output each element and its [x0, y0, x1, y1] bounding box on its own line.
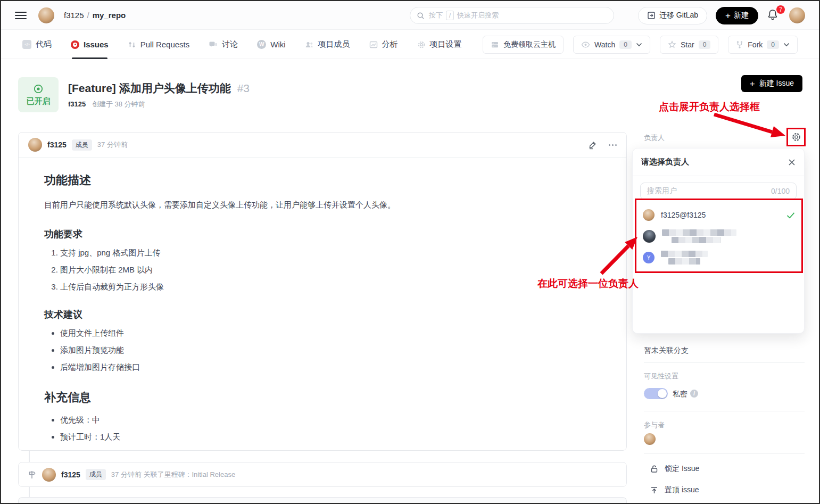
info-icon[interactable]: i: [690, 390, 698, 398]
private-toggle[interactable]: [644, 388, 668, 399]
next-card-stub: [18, 497, 627, 504]
list-item: 预计工时：1人天: [60, 432, 601, 442]
settings-gear-icon: [417, 40, 426, 49]
free-cloud-host-button[interactable]: 免费领取云主机: [483, 36, 564, 54]
new-issue-button[interactable]: + 新建 Issue: [741, 75, 802, 92]
app-window: f3125/my_repo 按下 / 快速开启搜索 迁移 GitLab + 新建…: [0, 0, 820, 504]
migrate-gitlab-label: 迁移 GitLab: [659, 11, 698, 20]
tab-code-label: 代码: [36, 39, 52, 49]
event-author-name[interactable]: f3125: [61, 470, 80, 479]
issue-status-label: 已开启: [27, 96, 51, 106]
tab-analytics-label: 分析: [382, 39, 398, 49]
star-button[interactable]: Star 0: [660, 36, 718, 54]
pin-top-icon: [650, 486, 658, 494]
tab-settings[interactable]: 项目设置: [417, 30, 462, 59]
new-button[interactable]: + 新建: [716, 7, 758, 24]
fork-icon: [736, 40, 743, 49]
requirements-list: 支持 jpg、png 格式图片上传 图片大小限制在 2MB 以内 上传后自动裁剪…: [44, 248, 601, 292]
tab-members[interactable]: 项目成员: [305, 30, 350, 59]
chat-icon: [209, 40, 218, 49]
plus-icon: +: [725, 11, 731, 20]
lock-issue-action[interactable]: 锁定 Issue: [650, 464, 699, 474]
tab-wiki-label: Wiki: [270, 40, 285, 49]
lock-issue-label: 锁定 Issue: [665, 464, 699, 474]
tab-code[interactable]: </> 代码: [22, 30, 52, 59]
list-item: 添加图片预览功能: [60, 345, 601, 356]
repo-nav: </> 代码 Issues Pull Requests 讨论 W Wiki 项目…: [1, 30, 819, 59]
search-placeholder-suffix: 快速开启搜索: [457, 11, 499, 20]
tech-suggestions-list: 使用文件上传组件 添加图片预览功能 后端增加图片存储接口: [44, 328, 601, 373]
milestone-event-text: 37 分钟前 关联了里程碑：Initial Release: [111, 470, 235, 480]
assignee-search-input[interactable]: 搜索用户 0/100: [640, 183, 797, 200]
annotation-open-picker: 点击展开负责人选择框: [659, 100, 760, 114]
watch-button[interactable]: Watch 0: [573, 36, 650, 54]
comment-author-avatar[interactable]: [28, 138, 42, 152]
branch-association-text: 暂未关联分支: [644, 346, 689, 356]
issue-description-card: f3125 成员 37 分钟前 功能描述 目前用户只能使用系统默认头像，需要添加…: [18, 132, 627, 451]
top-navbar: f3125/my_repo 按下 / 快速开启搜索 迁移 GitLab + 新建…: [1, 1, 819, 30]
hamburger-menu-icon[interactable]: [15, 12, 27, 19]
section-heading-description: 功能描述: [44, 172, 601, 188]
tab-pull-requests[interactable]: Pull Requests: [128, 30, 190, 59]
event-author-avatar[interactable]: [42, 468, 56, 482]
issue-open-icon: [33, 84, 44, 94]
redacted-username: [662, 229, 736, 243]
new-button-label: 新建: [734, 11, 749, 20]
close-icon[interactable]: [788, 159, 796, 166]
fork-label: Fork: [748, 40, 763, 49]
user-avatar[interactable]: [789, 7, 805, 23]
tab-members-label: 项目成员: [318, 39, 350, 49]
extra-info-list: 优先级：中 预计工时：1人天: [44, 415, 601, 442]
timeline-connector: [29, 451, 30, 462]
list-item: 使用文件上传组件: [60, 328, 601, 338]
assignee-option-redacted[interactable]: [643, 226, 795, 247]
assignee-option-redacted[interactable]: Y: [643, 247, 795, 268]
issue-title-text: [Feature] 添加用户头像上传功能: [68, 82, 231, 94]
private-label: 私密: [673, 390, 688, 399]
fork-count: 0: [767, 40, 779, 49]
tab-wiki[interactable]: W Wiki: [257, 30, 285, 59]
fork-button[interactable]: Fork 0: [728, 36, 798, 54]
assignee-gear-icon[interactable]: [791, 132, 801, 142]
tab-issues-label: Issues: [84, 40, 109, 49]
avatar-letter: Y: [647, 255, 651, 261]
migrate-gitlab-button[interactable]: 迁移 GitLab: [638, 7, 707, 24]
watch-eye-icon: [581, 41, 590, 48]
section-heading-extra: 补充信息: [44, 390, 601, 406]
list-item: 支持 jpg、png 格式图片上传: [60, 248, 601, 258]
tab-issues[interactable]: Issues: [71, 30, 109, 59]
notifications-bell[interactable]: 7: [767, 9, 781, 22]
list-item: 上传后自动裁剪为正方形头像: [60, 282, 601, 292]
watch-count: 0: [619, 40, 632, 49]
repo-owner-avatar[interactable]: [38, 7, 54, 23]
lock-icon: [650, 465, 658, 473]
breadcrumb-repo[interactable]: my_repo: [93, 11, 126, 20]
issues-icon: [71, 40, 79, 49]
assignee-option-name: f3125@f3125: [661, 211, 706, 219]
tab-analytics[interactable]: 分析: [369, 30, 398, 59]
new-issue-label: 新建 Issue: [759, 79, 794, 88]
breadcrumb: f3125/my_repo: [64, 11, 126, 20]
pin-issue-action[interactable]: 置顶 issue: [650, 485, 699, 495]
description-paragraph: 目前用户只能使用系统默认头像，需要添加自定义头像上传功能，让用户能够上传并设置个…: [44, 198, 601, 212]
divider: [644, 453, 805, 454]
tab-discussion[interactable]: 讨论: [209, 30, 238, 59]
global-search-input[interactable]: 按下 / 快速开启搜索: [410, 7, 614, 24]
assignee-option-f3125[interactable]: f3125@f3125: [643, 204, 795, 226]
issue-author[interactable]: f3125: [68, 100, 86, 108]
issue-number: #3: [237, 82, 250, 94]
avatar: [643, 230, 656, 243]
selected-check-icon: [786, 212, 795, 219]
timeline-connector: [29, 487, 30, 497]
breadcrumb-owner[interactable]: f3125: [64, 11, 84, 20]
wiki-icon: W: [257, 40, 266, 49]
pin-issue-label: 置顶 issue: [665, 485, 699, 495]
comment-author-name[interactable]: f3125: [47, 141, 67, 149]
issue-created-time: 创建于 38 分钟前: [92, 100, 145, 108]
edit-pencil-icon[interactable]: [588, 141, 597, 150]
assignee-options-highlight: f3125@f3125 Y: [635, 199, 803, 273]
comment-timestamp: 37 分钟前: [97, 140, 128, 150]
more-actions-icon[interactable]: [609, 144, 617, 146]
list-item: 图片大小限制在 2MB 以内: [60, 265, 601, 275]
participant-avatar[interactable]: [644, 433, 656, 445]
